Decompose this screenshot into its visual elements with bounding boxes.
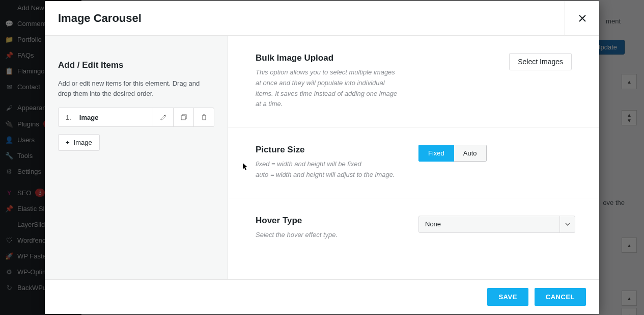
close-icon[interactable] xyxy=(565,1,599,36)
picture-desc: fixed = width and height will be fixed a… xyxy=(256,159,398,180)
clone-icon[interactable] xyxy=(173,108,193,126)
section-picture-size: Picture Size fixed = width and height wi… xyxy=(228,127,599,198)
bulk-title: Bulk Image Upload xyxy=(256,53,398,63)
picture-auto-option[interactable]: Auto xyxy=(454,145,487,162)
image-carousel-modal: Image Carousel Add / Edit Items Add or e… xyxy=(45,1,599,314)
picture-size-segmented: Fixed Auto xyxy=(418,145,487,162)
hover-desc: Select the hover effect type. xyxy=(256,230,398,241)
save-button[interactable]: SAVE xyxy=(487,288,528,306)
hover-type-dropdown[interactable]: None xyxy=(418,216,575,233)
hover-title: Hover Type xyxy=(256,216,398,226)
add-edit-desc: Add or edit new items for this element. … xyxy=(58,78,214,98)
picture-title: Picture Size xyxy=(256,145,398,155)
section-hover-type: Hover Type Select the hover effect type.… xyxy=(228,198,599,246)
item-name: Image xyxy=(79,114,99,121)
bulk-desc: This option allows you to select multipl… xyxy=(256,67,398,110)
hover-value: None xyxy=(419,216,559,232)
add-edit-heading: Add / Edit Items xyxy=(58,60,214,70)
item-row[interactable]: 1. Image xyxy=(58,108,214,127)
modal-title: Image Carousel xyxy=(58,12,142,25)
add-btn-label: Image xyxy=(74,139,92,146)
picture-fixed-option[interactable]: Fixed xyxy=(418,145,454,162)
right-pane[interactable]: Bulk Image Upload This option allows you… xyxy=(228,36,599,279)
edit-icon[interactable] xyxy=(153,108,173,126)
chevron-down-icon xyxy=(559,216,575,232)
item-number: 1. xyxy=(66,114,71,121)
left-pane: Add / Edit Items Add or edit new items f… xyxy=(45,36,228,279)
item-label: 1. Image xyxy=(59,108,153,126)
cancel-button[interactable]: CANCEL xyxy=(535,288,586,306)
section-bulk-upload: Bulk Image Upload This option allows you… xyxy=(228,36,599,127)
trash-icon[interactable] xyxy=(193,108,214,126)
svg-rect-1 xyxy=(181,116,185,120)
plus-icon: + xyxy=(66,139,70,146)
modal-footer: SAVE CANCEL xyxy=(45,279,599,314)
add-image-button[interactable]: + Image xyxy=(58,134,100,151)
select-images-button[interactable]: Select Images xyxy=(509,53,572,70)
modal-header: Image Carousel xyxy=(45,1,599,36)
